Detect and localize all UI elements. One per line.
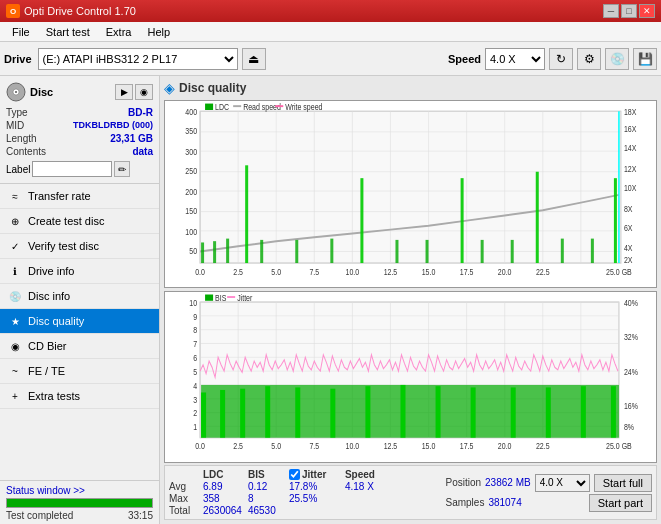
charts-container: 400 350 300 250 200 150 100 50 18X 16X 1… <box>164 100 657 463</box>
svg-text:200: 200 <box>185 187 197 197</box>
sidebar-item-disc-quality-label: Disc quality <box>28 315 84 327</box>
svg-text:0.0: 0.0 <box>195 442 205 452</box>
menu-help[interactable]: Help <box>139 24 178 40</box>
disc-label-input[interactable] <box>32 161 112 177</box>
svg-rect-116 <box>581 387 586 438</box>
svg-text:400: 400 <box>185 107 197 117</box>
close-button[interactable]: ✕ <box>639 4 655 18</box>
disc-quality-icon: ★ <box>8 314 22 328</box>
svg-point-2 <box>15 91 17 93</box>
drive-select[interactable]: (E:) ATAPI iHBS312 2 PL17 <box>38 48 238 70</box>
svg-text:Read speed: Read speed <box>243 102 281 112</box>
sidebar-item-transfer-rate[interactable]: ≈ Transfer rate <box>0 184 159 209</box>
svg-text:6: 6 <box>193 354 197 364</box>
sidebar-item-fe-te[interactable]: ~ FE / TE <box>0 359 159 384</box>
svg-text:10X: 10X <box>624 183 637 193</box>
svg-rect-114 <box>511 388 516 438</box>
disc-mid-row: MID TDKBLDRBD (000) <box>6 119 153 132</box>
menu-extra[interactable]: Extra <box>98 24 140 40</box>
menu-file[interactable]: File <box>4 24 38 40</box>
svg-text:8X: 8X <box>624 204 633 214</box>
sidebar-item-disc-quality[interactable]: ★ Disc quality <box>0 309 159 334</box>
status-completed-text: Test completed <box>6 510 73 521</box>
bis-header: BIS <box>248 469 283 480</box>
sidebar-item-cd-bier-label: CD Bier <box>28 340 67 352</box>
disc-button[interactable]: 💿 <box>605 48 629 70</box>
svg-text:7.5: 7.5 <box>309 442 319 452</box>
sidebar-item-create-test-disc[interactable]: ⊕ Create test disc <box>0 209 159 234</box>
refresh-button[interactable]: ↻ <box>549 48 573 70</box>
svg-text:4X: 4X <box>624 244 633 254</box>
svg-text:Jitter: Jitter <box>237 294 252 304</box>
stats-ldc: LDC 6.89 358 2630064 <box>203 469 242 516</box>
svg-text:2: 2 <box>193 409 197 419</box>
svg-text:BIS: BIS <box>215 294 226 304</box>
svg-rect-38 <box>511 240 514 263</box>
stats-speed-select[interactable]: 4.0 X <box>535 474 590 492</box>
window-controls[interactable]: ─ □ ✕ <box>603 4 655 18</box>
disc-action-btn1[interactable]: ▶ <box>115 84 133 100</box>
sidebar-item-extra-tests[interactable]: + Extra tests <box>0 384 159 409</box>
disc-label-edit-button[interactable]: ✏ <box>114 161 130 177</box>
content-header: ◈ Disc quality <box>164 80 657 96</box>
status-time: 33:15 <box>128 510 153 521</box>
svg-text:20.0: 20.0 <box>498 442 512 452</box>
svg-rect-115 <box>546 388 551 438</box>
titlebar: O Opti Drive Control 1.70 ─ □ ✕ <box>0 0 661 22</box>
svg-text:7: 7 <box>193 340 197 350</box>
samples-value: 381074 <box>488 497 521 508</box>
svg-rect-107 <box>265 387 270 438</box>
menu-start-test[interactable]: Start test <box>38 24 98 40</box>
eject-button[interactable]: ⏏ <box>242 48 266 70</box>
start-full-button[interactable]: Start full <box>594 474 652 492</box>
sidebar-item-drive-info[interactable]: ℹ Drive info <box>0 259 159 284</box>
disc-action-btn2[interactable]: ◉ <box>135 84 153 100</box>
stats-blank <box>169 469 197 480</box>
position-value: 23862 MB <box>485 477 531 488</box>
stats-row-labels: Avg Max Total <box>169 469 197 516</box>
minimize-button[interactable]: ─ <box>603 4 619 18</box>
svg-rect-34 <box>395 240 398 263</box>
sidebar-item-drive-info-label: Drive info <box>28 265 74 277</box>
settings-button[interactable]: ⚙ <box>577 48 601 70</box>
sidebar-item-verify-test-disc[interactable]: ✓ Verify test disc <box>0 234 159 259</box>
maximize-button[interactable]: □ <box>621 4 637 18</box>
svg-rect-33 <box>360 178 363 263</box>
stats-right: Position 23862 MB 4.0 X Start full Sampl… <box>445 474 652 512</box>
total-bis-value: 46530 <box>248 505 283 516</box>
svg-text:5.0: 5.0 <box>271 442 281 452</box>
speed-select[interactable]: 4.0 X <box>485 48 545 70</box>
svg-rect-30 <box>260 240 263 263</box>
svg-text:25.0 GB: 25.0 GB <box>606 267 632 277</box>
disc-type-row: Type BD-R <box>6 106 153 119</box>
jitter-checkbox[interactable] <box>289 469 300 480</box>
samples-label: Samples <box>445 497 484 508</box>
content-area: ◈ Disc quality <box>160 76 661 524</box>
svg-text:12.5: 12.5 <box>384 267 398 277</box>
status-text-row: Test completed 33:15 <box>6 510 153 521</box>
svg-rect-103 <box>201 385 619 438</box>
toolbar: Drive (E:) ATAPI iHBS312 2 PL17 ⏏ Speed … <box>0 42 661 76</box>
svg-rect-39 <box>536 172 539 263</box>
speed-label: Speed <box>448 53 481 65</box>
svg-rect-27 <box>213 241 216 263</box>
status-window-button[interactable]: Status window >> <box>6 485 85 496</box>
app-title: Opti Drive Control 1.70 <box>24 5 136 17</box>
disc-length-value: 23,31 GB <box>110 133 153 144</box>
svg-text:250: 250 <box>185 166 197 176</box>
svg-text:8%: 8% <box>624 423 634 433</box>
sidebar-item-disc-info[interactable]: 💿 Disc info <box>0 284 159 309</box>
start-part-button[interactable]: Start part <box>589 494 652 512</box>
app-icon: O <box>6 4 20 18</box>
svg-rect-29 <box>245 165 248 263</box>
svg-text:40%: 40% <box>624 299 638 309</box>
disc-label-row: Label ✏ <box>6 161 153 177</box>
svg-rect-35 <box>426 240 429 263</box>
avg-speed-value: 4.18 X <box>345 481 385 492</box>
avg-label: Avg <box>169 481 197 492</box>
stats-row: Avg Max Total LDC 6.89 358 2630064 BIS 0… <box>164 465 657 520</box>
save-button[interactable]: 💾 <box>633 48 657 70</box>
sidebar-item-cd-bier[interactable]: ◉ CD Bier <box>0 334 159 359</box>
sidebar-item-create-test-disc-label: Create test disc <box>28 215 104 227</box>
sidebar-item-extra-tests-label: Extra tests <box>28 390 80 402</box>
